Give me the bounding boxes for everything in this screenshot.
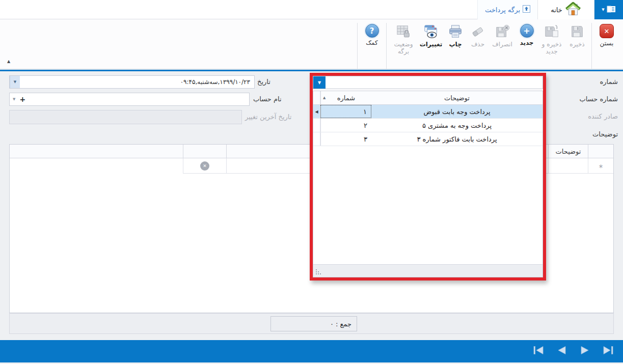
row-indicator	[313, 119, 320, 132]
chevron-down-icon: ▼	[602, 8, 604, 12]
record-navigator	[532, 340, 615, 362]
detail-grid-column-header[interactable]	[10, 145, 183, 158]
nav-last-button[interactable]	[601, 345, 615, 357]
lookup-number-column-header[interactable]: ▲ شماره	[320, 91, 371, 104]
lookup-row-description[interactable]: پرداخت وجه بابت قبوض	[371, 105, 543, 118]
help-icon: ?	[365, 24, 379, 38]
notebook-menu-icon	[607, 5, 616, 15]
tab-home[interactable]: خانه	[537, 0, 594, 19]
close-label: بستن	[600, 40, 614, 47]
lookup-number-header-label: شماره	[337, 94, 355, 102]
account-name-field-label: نام حساب	[253, 95, 282, 103]
changes-label: تغییرات	[420, 41, 443, 48]
sheet-status-label: وضعیت برگه	[389, 41, 418, 55]
cancel-icon	[495, 24, 510, 39]
home-icon	[565, 2, 581, 18]
toolbar-separator	[386, 23, 387, 69]
delete-label: حذف	[471, 41, 484, 48]
changes-button[interactable]: تغییرات	[418, 23, 444, 48]
new-button[interactable]: + جدید	[516, 23, 538, 46]
help-button[interactable]: ? کمک	[360, 23, 384, 46]
accent-divider	[0, 70, 623, 71]
save-and-new-button[interactable]: ذخیره و جدید	[538, 23, 565, 55]
tab-strip: ▼ خانه برگه پرداخت	[0, 0, 623, 19]
lookup-indicator-header	[313, 91, 320, 104]
lookup-row-number[interactable]: ۱	[320, 105, 371, 118]
lookup-row-description[interactable]: پرداخت وجه به مشتری ۵	[371, 119, 543, 132]
account-name-dropdown-icon[interactable]: ▼	[13, 97, 15, 101]
new-label: جدید	[520, 39, 533, 46]
number-combo-field[interactable]: ▼	[313, 76, 543, 89]
account-name-add-icon[interactable]: +	[19, 95, 25, 103]
new-icon: +	[520, 24, 534, 38]
sum-box: جمع : ۰	[270, 316, 357, 331]
last-change-field-label: تاریخ آخرین تغییر	[245, 113, 291, 121]
sheet-status-lock-icon	[396, 24, 411, 39]
print-button[interactable]: چاپ	[444, 23, 467, 48]
lookup-row-number[interactable]: ۲	[320, 119, 371, 132]
clear-value-icon[interactable]: ✕	[200, 161, 209, 171]
nav-next-icon	[578, 345, 591, 357]
resize-grip-icon[interactable]	[316, 273, 317, 274]
save-and-new-label: ذخیره و جدید	[538, 41, 565, 55]
print-label: چاپ	[449, 41, 462, 48]
nav-last-icon	[601, 345, 614, 357]
save-button[interactable]: ذخیره	[565, 23, 589, 48]
account-name-field[interactable]: ▼ +	[9, 93, 250, 106]
close-icon: ✕	[600, 24, 614, 38]
sum-text: جمع : ۰	[330, 320, 351, 328]
tab-payment-sheet[interactable]: برگه پرداخت	[477, 0, 537, 19]
new-row-indicator: *	[588, 158, 613, 174]
lookup-row[interactable]: پرداخت وجه بابت قبوض ۱ ◀	[313, 105, 543, 119]
lookup-description-column-header[interactable]: توضیحات	[371, 91, 543, 104]
save-label: ذخیره	[570, 41, 584, 48]
ribbon-toolbar: ✕ بستن ذخیره	[0, 19, 623, 69]
issuer-field-label: صادر کننده	[588, 113, 618, 120]
print-icon	[448, 24, 463, 39]
lookup-row[interactable]: پرداخت بابت فاکتور شماره ۳ ۳	[313, 132, 543, 146]
lookup-footer	[313, 264, 543, 277]
lookup-empty-area	[313, 146, 543, 264]
nav-next-button[interactable]	[578, 345, 592, 357]
detail-grid-description-header[interactable]: توضیحات	[548, 145, 588, 158]
number-field-label: شماره	[600, 78, 618, 86]
lookup-row-description[interactable]: پرداخت بابت فاکتور شماره ۳	[371, 132, 543, 146]
nav-previous-icon	[555, 345, 568, 357]
detail-grid-column-header[interactable]	[183, 145, 226, 158]
detail-grid-cell[interactable]: ✕	[183, 158, 226, 174]
sheet-status-button[interactable]: وضعیت برگه	[389, 23, 418, 55]
delete-button[interactable]: حذف	[467, 23, 489, 48]
cancel-label: انصراف	[492, 41, 512, 48]
nav-previous-button[interactable]	[555, 345, 569, 357]
row-indicator	[313, 132, 320, 146]
last-change-field	[9, 110, 242, 124]
lookup-dropdown-panel: توضیحات ▲ شماره پرداخت وجه بابت قبوض ۱ ◀…	[313, 91, 543, 277]
description-field-label: توضیحات	[592, 130, 618, 138]
record-navigator-bar	[0, 340, 623, 362]
lookup-row-number[interactable]: ۳	[320, 132, 371, 146]
current-row-arrow-icon: ◀	[313, 105, 320, 118]
detail-grid-cell[interactable]	[10, 158, 183, 174]
toolbar-separator	[357, 23, 358, 69]
delete-eraser-icon	[470, 24, 485, 39]
date-field[interactable]: ▼ ۱۳۹۹/۱۰/۲۳,سه‌شنبه,۰۹:۴۵	[9, 75, 255, 89]
date-field-label: تاریخ	[257, 78, 270, 86]
changes-eye-icon	[423, 24, 439, 39]
lookup-header-row: توضیحات ▲ شماره	[313, 91, 543, 105]
collapse-ribbon-icon[interactable]: ▲	[7, 59, 10, 64]
tab-payment-label: برگه پرداخت	[485, 6, 520, 14]
nav-first-button[interactable]	[532, 345, 546, 357]
save-and-new-icon	[544, 24, 559, 39]
close-button[interactable]: ✕ بستن	[594, 23, 619, 47]
toolbar-separator	[591, 23, 592, 69]
cancel-button[interactable]: انصراف	[489, 23, 516, 48]
help-label: کمک	[366, 39, 377, 46]
sort-ascending-icon: ▲	[323, 96, 326, 100]
combo-dropdown-icon[interactable]: ▼	[313, 76, 326, 89]
lookup-row[interactable]: پرداخت وجه به مشتری ۵ ۲	[313, 119, 543, 132]
main-menu-button[interactable]: ▼	[594, 0, 623, 19]
date-value: ۱۳۹۹/۱۰/۲۳,سه‌شنبه,۰۹:۴۵	[20, 78, 254, 86]
date-dropdown-icon[interactable]: ▼	[10, 76, 20, 88]
payment-sheet-icon	[523, 5, 530, 14]
detail-grid-cell[interactable]	[548, 158, 588, 174]
